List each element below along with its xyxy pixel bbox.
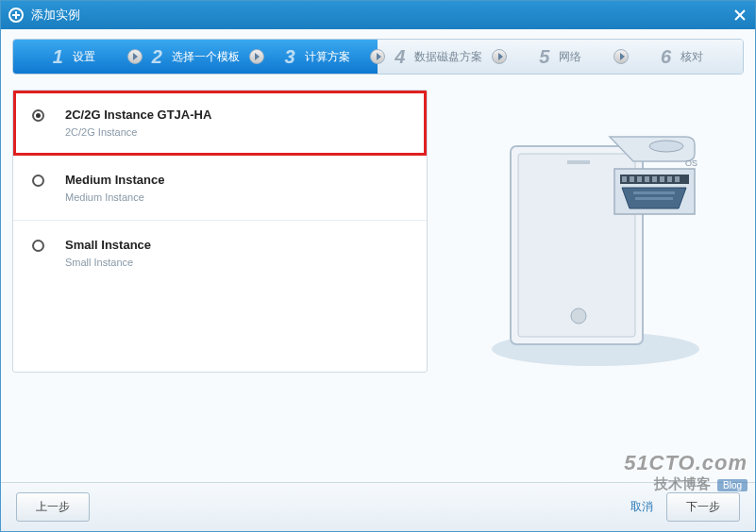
option-subtitle: 2C/2G Instance: [65, 126, 211, 138]
cancel-link[interactable]: 取消: [630, 499, 653, 515]
svg-rect-11: [645, 176, 649, 182]
option-small[interactable]: Small Instance Small Instance: [13, 221, 427, 285]
step-label: 设置: [73, 49, 95, 65]
step-review[interactable]: 6 核对: [621, 40, 743, 74]
footer-right: 取消 下一步: [630, 492, 740, 522]
prev-button[interactable]: 上一步: [16, 492, 90, 522]
step-template[interactable]: 2 选择一个模板: [135, 40, 257, 74]
svg-rect-15: [675, 176, 680, 182]
step-compute[interactable]: 3 计算方案: [257, 40, 378, 74]
step-label: 核对: [680, 49, 703, 65]
titlebar: 添加实例: [1, 1, 755, 29]
step-number: 3: [285, 46, 295, 68]
step-label: 计算方案: [305, 49, 350, 65]
chevron-right-icon: [613, 49, 629, 64]
step-settings[interactable]: 1 设置: [13, 40, 135, 74]
step-label: 选择一个模板: [172, 49, 240, 65]
compute-options-list: 2C/2G Instance GTJA-HA 2C/2G Instance Me…: [12, 90, 428, 373]
svg-rect-17: [635, 197, 673, 200]
svg-rect-12: [652, 176, 657, 182]
chevron-right-icon: [249, 49, 264, 64]
step-number: 2: [152, 46, 162, 68]
svg-rect-8: [622, 176, 627, 182]
next-button[interactable]: 下一步: [666, 492, 740, 522]
radio-icon[interactable]: [32, 240, 44, 252]
option-text: Small Instance Small Instance: [65, 238, 151, 268]
svg-rect-10: [637, 176, 642, 182]
option-medium[interactable]: Medium Instance Medium Instance: [13, 156, 427, 221]
option-title: 2C/2G Instance GTJA-HA: [65, 108, 211, 122]
step-label: 网络: [559, 49, 581, 65]
wizard-steps: 1 设置 2 选择一个模板 3 计算方案 4 数据磁盘方案 5 网络 6 核对: [12, 39, 744, 75]
step-number: 4: [395, 46, 405, 68]
option-2c2g[interactable]: 2C/2G Instance GTJA-HA 2C/2G Instance: [13, 91, 427, 156]
step-network[interactable]: 5 网络: [499, 40, 621, 74]
svg-text:OS: OS: [685, 158, 697, 168]
svg-rect-13: [660, 176, 664, 182]
step-number: 5: [539, 46, 549, 68]
computer-icon: OS: [473, 108, 718, 373]
dialog-footer: 上一步 取消 下一步: [1, 482, 755, 531]
option-text: 2C/2G Instance GTJA-HA 2C/2G Instance: [65, 108, 211, 138]
step-number: 1: [53, 46, 63, 68]
step-number: 6: [661, 46, 671, 68]
step-label: 数据磁盘方案: [414, 49, 482, 65]
svg-rect-4: [567, 160, 590, 164]
option-text: Medium Instance Medium Instance: [65, 173, 164, 203]
option-title: Small Instance: [65, 238, 151, 252]
option-subtitle: Small Instance: [65, 257, 151, 268]
chevron-right-icon: [127, 49, 143, 64]
svg-rect-16: [633, 191, 675, 194]
option-title: Medium Instance: [65, 173, 164, 187]
plus-icon: [8, 8, 24, 23]
option-subtitle: Medium Instance: [65, 191, 164, 203]
content-area: 2C/2G Instance GTJA-HA 2C/2G Instance Me…: [12, 90, 744, 373]
radio-icon[interactable]: [32, 175, 44, 187]
chevron-right-icon: [492, 49, 507, 64]
svg-rect-9: [630, 176, 634, 182]
radio-icon[interactable]: [32, 109, 44, 122]
add-instance-dialog: 添加实例 1 设置 2 选择一个模板 3 计算方案 4 数据磁盘方案 5 网络: [0, 0, 756, 532]
step-disk[interactable]: 4 数据磁盘方案: [378, 40, 499, 74]
watermark-line1: 51CTO.com: [624, 451, 748, 475]
dialog-title: 添加实例: [31, 7, 80, 24]
svg-point-5: [649, 141, 683, 152]
close-icon[interactable]: [732, 8, 748, 23]
chevron-right-icon: [370, 49, 385, 64]
svg-rect-14: [667, 176, 672, 182]
computer-illustration: OS: [446, 90, 744, 373]
svg-point-3: [571, 308, 586, 324]
